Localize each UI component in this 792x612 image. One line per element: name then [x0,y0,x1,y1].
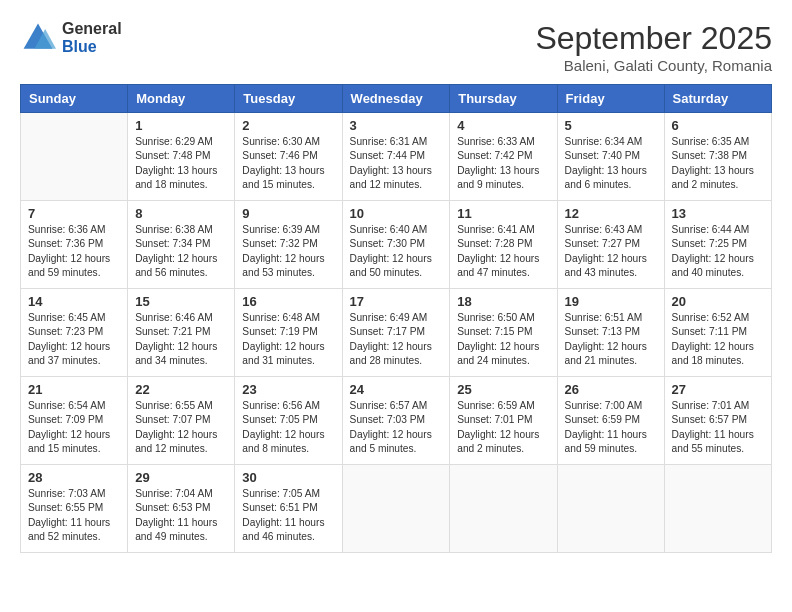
calendar-cell: 9Sunrise: 6:39 AMSunset: 7:32 PMDaylight… [235,201,342,289]
week-row-4: 21Sunrise: 6:54 AMSunset: 7:09 PMDayligh… [21,377,772,465]
day-number: 15 [135,294,227,309]
calendar-cell: 6Sunrise: 6:35 AMSunset: 7:38 PMDaylight… [664,113,771,201]
title-area: September 2025 Baleni, Galati County, Ro… [535,20,772,74]
day-number: 8 [135,206,227,221]
calendar-cell: 29Sunrise: 7:04 AMSunset: 6:53 PMDayligh… [128,465,235,553]
day-info: Sunrise: 6:40 AMSunset: 7:30 PMDaylight:… [350,223,443,280]
day-info: Sunrise: 6:30 AMSunset: 7:46 PMDaylight:… [242,135,334,192]
calendar-cell: 28Sunrise: 7:03 AMSunset: 6:55 PMDayligh… [21,465,128,553]
day-info: Sunrise: 6:34 AMSunset: 7:40 PMDaylight:… [565,135,657,192]
day-info: Sunrise: 6:59 AMSunset: 7:01 PMDaylight:… [457,399,549,456]
day-number: 1 [135,118,227,133]
day-info: Sunrise: 6:38 AMSunset: 7:34 PMDaylight:… [135,223,227,280]
day-number: 27 [672,382,764,397]
calendar-cell: 23Sunrise: 6:56 AMSunset: 7:05 PMDayligh… [235,377,342,465]
calendar-cell [664,465,771,553]
day-number: 12 [565,206,657,221]
calendar-cell: 2Sunrise: 6:30 AMSunset: 7:46 PMDaylight… [235,113,342,201]
weekday-header-tuesday: Tuesday [235,85,342,113]
calendar-cell: 8Sunrise: 6:38 AMSunset: 7:34 PMDaylight… [128,201,235,289]
day-number: 5 [565,118,657,133]
day-info: Sunrise: 6:49 AMSunset: 7:17 PMDaylight:… [350,311,443,368]
day-info: Sunrise: 6:56 AMSunset: 7:05 PMDaylight:… [242,399,334,456]
calendar-cell [450,465,557,553]
day-info: Sunrise: 6:52 AMSunset: 7:11 PMDaylight:… [672,311,764,368]
day-info: Sunrise: 7:03 AMSunset: 6:55 PMDaylight:… [28,487,120,544]
day-number: 11 [457,206,549,221]
day-number: 20 [672,294,764,309]
calendar-cell: 1Sunrise: 6:29 AMSunset: 7:48 PMDaylight… [128,113,235,201]
day-info: Sunrise: 6:46 AMSunset: 7:21 PMDaylight:… [135,311,227,368]
calendar-cell: 16Sunrise: 6:48 AMSunset: 7:19 PMDayligh… [235,289,342,377]
day-info: Sunrise: 6:39 AMSunset: 7:32 PMDaylight:… [242,223,334,280]
calendar-cell: 27Sunrise: 7:01 AMSunset: 6:57 PMDayligh… [664,377,771,465]
calendar-cell [557,465,664,553]
weekday-header-sunday: Sunday [21,85,128,113]
day-info: Sunrise: 6:57 AMSunset: 7:03 PMDaylight:… [350,399,443,456]
weekday-header-monday: Monday [128,85,235,113]
day-info: Sunrise: 7:01 AMSunset: 6:57 PMDaylight:… [672,399,764,456]
week-row-5: 28Sunrise: 7:03 AMSunset: 6:55 PMDayligh… [21,465,772,553]
day-info: Sunrise: 7:05 AMSunset: 6:51 PMDaylight:… [242,487,334,544]
day-number: 7 [28,206,120,221]
calendar-cell: 17Sunrise: 6:49 AMSunset: 7:17 PMDayligh… [342,289,450,377]
week-row-3: 14Sunrise: 6:45 AMSunset: 7:23 PMDayligh… [21,289,772,377]
weekday-header-friday: Friday [557,85,664,113]
weekday-header-thursday: Thursday [450,85,557,113]
calendar-cell [21,113,128,201]
logo-general-text: General [62,20,122,38]
calendar-cell: 7Sunrise: 6:36 AMSunset: 7:36 PMDaylight… [21,201,128,289]
month-title: September 2025 [535,20,772,57]
calendar-cell: 3Sunrise: 6:31 AMSunset: 7:44 PMDaylight… [342,113,450,201]
day-number: 13 [672,206,764,221]
logo-text: General Blue [62,20,122,55]
day-info: Sunrise: 6:33 AMSunset: 7:42 PMDaylight:… [457,135,549,192]
day-number: 2 [242,118,334,133]
location-title: Baleni, Galati County, Romania [535,57,772,74]
day-number: 23 [242,382,334,397]
day-number: 19 [565,294,657,309]
day-info: Sunrise: 6:48 AMSunset: 7:19 PMDaylight:… [242,311,334,368]
day-info: Sunrise: 6:54 AMSunset: 7:09 PMDaylight:… [28,399,120,456]
day-info: Sunrise: 6:51 AMSunset: 7:13 PMDaylight:… [565,311,657,368]
week-row-1: 1Sunrise: 6:29 AMSunset: 7:48 PMDaylight… [21,113,772,201]
week-row-2: 7Sunrise: 6:36 AMSunset: 7:36 PMDaylight… [21,201,772,289]
day-number: 14 [28,294,120,309]
weekday-header-row: SundayMondayTuesdayWednesdayThursdayFrid… [21,85,772,113]
day-number: 22 [135,382,227,397]
day-info: Sunrise: 7:04 AMSunset: 6:53 PMDaylight:… [135,487,227,544]
day-number: 21 [28,382,120,397]
day-info: Sunrise: 7:00 AMSunset: 6:59 PMDaylight:… [565,399,657,456]
day-number: 10 [350,206,443,221]
calendar-cell [342,465,450,553]
calendar-cell: 30Sunrise: 7:05 AMSunset: 6:51 PMDayligh… [235,465,342,553]
calendar-cell: 14Sunrise: 6:45 AMSunset: 7:23 PMDayligh… [21,289,128,377]
calendar-cell: 24Sunrise: 6:57 AMSunset: 7:03 PMDayligh… [342,377,450,465]
calendar-cell: 15Sunrise: 6:46 AMSunset: 7:21 PMDayligh… [128,289,235,377]
calendar-cell: 19Sunrise: 6:51 AMSunset: 7:13 PMDayligh… [557,289,664,377]
day-info: Sunrise: 6:41 AMSunset: 7:28 PMDaylight:… [457,223,549,280]
logo-blue-text: Blue [62,38,122,56]
day-number: 6 [672,118,764,133]
calendar-cell: 22Sunrise: 6:55 AMSunset: 7:07 PMDayligh… [128,377,235,465]
day-info: Sunrise: 6:29 AMSunset: 7:48 PMDaylight:… [135,135,227,192]
day-number: 26 [565,382,657,397]
day-number: 18 [457,294,549,309]
day-number: 3 [350,118,443,133]
calendar-cell: 20Sunrise: 6:52 AMSunset: 7:11 PMDayligh… [664,289,771,377]
day-info: Sunrise: 6:45 AMSunset: 7:23 PMDaylight:… [28,311,120,368]
calendar-cell: 25Sunrise: 6:59 AMSunset: 7:01 PMDayligh… [450,377,557,465]
calendar-cell: 4Sunrise: 6:33 AMSunset: 7:42 PMDaylight… [450,113,557,201]
calendar-cell: 5Sunrise: 6:34 AMSunset: 7:40 PMDaylight… [557,113,664,201]
calendar-cell: 12Sunrise: 6:43 AMSunset: 7:27 PMDayligh… [557,201,664,289]
calendar-cell: 26Sunrise: 7:00 AMSunset: 6:59 PMDayligh… [557,377,664,465]
logo-icon [20,20,56,56]
weekday-header-saturday: Saturday [664,85,771,113]
day-number: 28 [28,470,120,485]
day-number: 16 [242,294,334,309]
weekday-header-wednesday: Wednesday [342,85,450,113]
day-info: Sunrise: 6:50 AMSunset: 7:15 PMDaylight:… [457,311,549,368]
day-number: 24 [350,382,443,397]
logo: General Blue [20,20,122,56]
day-number: 4 [457,118,549,133]
